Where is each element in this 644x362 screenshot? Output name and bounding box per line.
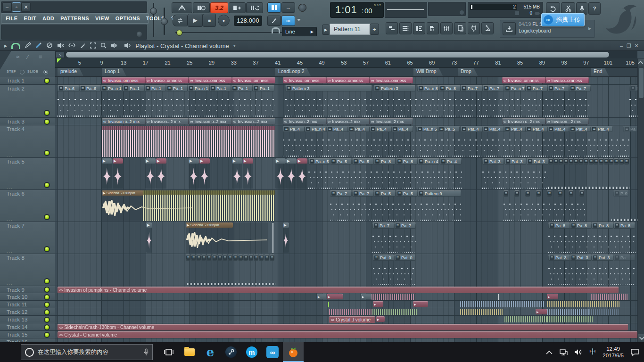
pattern-clip[interactable]: ≡Pa..4	[348, 126, 370, 132]
pattern-clip[interactable]: ≡P..5	[629, 85, 637, 91]
audio-clip[interactable]: ▶	[373, 301, 383, 307]
pattern-clip[interactable]: ≡Pat..4	[591, 126, 612, 132]
track-mute-led[interactable]	[44, 278, 50, 284]
audio-waveform-clip[interactable]	[329, 309, 372, 315]
hscroll-thumb[interactable]	[66, 52, 609, 58]
automation-clip[interactable]: ∞Invasio..omness	[145, 77, 189, 83]
automation-clip[interactable]: ∞Invasio..omness	[189, 77, 232, 83]
track-header-4[interactable]: Track 4...	[0, 125, 55, 158]
pattern-clip[interactable]: ≡Pa..4	[283, 126, 305, 132]
track-header-6[interactable]: Track 6...	[0, 190, 55, 222]
pattern-clip-mini[interactable]: ≡	[574, 158, 578, 165]
track-header-11[interactable]: Track 11	[0, 301, 55, 308]
playlist-minimize-button[interactable]: –	[618, 43, 625, 49]
pattern-clip[interactable]: ≡Pat..3	[592, 255, 613, 261]
pattern-clip-mini[interactable]: ≡	[578, 158, 583, 165]
pattern-clip[interactable]: ≡Pa..	[613, 255, 635, 261]
select-tool-icon[interactable]	[90, 42, 96, 49]
pattern-clip[interactable]: ≡Pa	[623, 126, 637, 132]
pattern-clip[interactable]: ≡Pat..3	[570, 255, 592, 261]
m-app-button[interactable]: m	[241, 342, 262, 362]
automation-clip[interactable]: ∞Crystal - Channel volume	[58, 331, 637, 338]
pattern-clip[interactable]: ≡Pa..8	[592, 222, 613, 229]
news-next-icon[interactable]: ▶	[588, 26, 591, 31]
track-lane-2[interactable]: ≡Pa..6≡Pa..6≡Pa..n 1≡Pa..1≡Pa..1≡Pa..1≡P…	[55, 85, 637, 118]
typing-keyboard-button[interactable]	[229, 2, 246, 13]
pattern-clip[interactable]: ≡Pa..7	[394, 222, 416, 229]
playlist-menu-icon[interactable]: ▶	[4, 44, 7, 48]
countdown-display[interactable]: 3.2	[210, 2, 228, 13]
pattern-clip[interactable]: ≡Pattern 9	[418, 190, 461, 197]
pattern-clip-mini[interactable]: ≡	[248, 255, 253, 261]
marker-end[interactable]: End	[591, 68, 609, 76]
mic-icon[interactable]	[144, 348, 149, 356]
pattern-clip[interactable]: ≡Pa..5	[352, 158, 374, 165]
audio-clip[interactable]: ▶	[145, 158, 156, 189]
audio-clip[interactable]: ▶	[102, 158, 112, 189]
pattern-clip-mini[interactable]: ≡	[594, 158, 598, 165]
audio-waveform-clip[interactable]	[591, 294, 628, 300]
pattern-clip-mini[interactable]: ≡	[201, 255, 206, 261]
pattern-clip-mini[interactable]: ≡	[233, 255, 238, 261]
pattern-clip-mini[interactable]: ≡	[558, 158, 563, 165]
audio-clip[interactable]: ▶	[536, 309, 547, 314]
audio-waveform-clip[interactable]	[372, 309, 417, 315]
task-view-button[interactable]	[158, 342, 179, 362]
pattern-clip-mini[interactable]: ≡	[589, 158, 594, 165]
play-button[interactable]: ▶	[188, 14, 203, 27]
automation-clip[interactable]: ∞Invasion o..2 mix	[102, 118, 145, 124]
audio-clip[interactable]: ▶	[113, 158, 123, 189]
main-pitch-knob[interactable]	[161, 18, 168, 25]
menu-item-edit[interactable]: EDIT	[24, 16, 36, 21]
pattern-mode-icon[interactable]: ≡	[39, 53, 42, 60]
pattern-clip-mini[interactable]: ≡	[504, 190, 508, 197]
automation-clip[interactable]: ∞Invasio..omness	[326, 77, 370, 83]
track-header-2[interactable]: Track 2...	[0, 85, 55, 118]
pattern-clip[interactable]: ≡Pa..7	[569, 85, 591, 91]
audio-clip[interactable]: ▶	[327, 294, 343, 299]
pattern-clip-mini[interactable]: ≡	[547, 190, 552, 197]
pattern-clip[interactable]: ≡Pa..5	[374, 190, 396, 197]
time-display[interactable]: 1:01 : 00 B:S:T	[330, 2, 384, 18]
pattern-clip[interactable]: ≡Pa..8	[613, 222, 635, 229]
action-center-icon[interactable]	[630, 348, 639, 356]
track-lane-8[interactable]: ≡≡≡≡≡≡≡≡≡≡≡≡≡≡≡≡≡≡Pat..0≡Pat..0≡Pat..3≡P…	[55, 254, 637, 286]
audio-clip[interactable]: ▶	[297, 158, 307, 189]
pattern-clip-mini[interactable]: ≡	[599, 158, 603, 165]
pattern-clip[interactable]: ≡Pa..1	[123, 85, 144, 91]
scroll-left-button[interactable]: <	[56, 52, 64, 58]
automation-clip[interactable]: ∞Invasion...2 mix	[145, 118, 189, 124]
pattern-clip-mini[interactable]: ≡	[186, 255, 190, 261]
automation-clip[interactable]: ∞Invasion..2 mix	[370, 118, 413, 124]
shuffle-knob[interactable]	[176, 30, 182, 36]
loop-record-button[interactable]	[246, 2, 263, 13]
start-button[interactable]	[0, 342, 21, 362]
audio-track-mode-icon[interactable]: ≈	[16, 53, 19, 60]
track-lane-10[interactable]: ▶▶▶▶	[55, 293, 637, 301]
track-mute-led[interactable]	[44, 214, 50, 220]
track-mute-led[interactable]	[44, 246, 50, 252]
pattern-clip[interactable]: ≡Pa..7	[330, 190, 352, 197]
pattern-prev-button[interactable]: ▶	[322, 25, 330, 35]
pattern-clip-mini[interactable]: ≡	[254, 255, 258, 261]
pattern-clip-mini[interactable]: ≡	[196, 255, 201, 261]
main-volume-knob[interactable]	[150, 8, 157, 15]
scroll-up-button[interactable]	[638, 59, 644, 66]
pattern-clip[interactable]: ≡Pa..n 4	[418, 158, 439, 165]
track-lane-6[interactable]: ▶ Sidecha..-130bpm≡Pa..7≡Pa..7≡Pa..5≡Pa.…	[55, 190, 637, 222]
track-mute-led[interactable]	[44, 302, 50, 308]
search-input[interactable]: 在这里输入你要搜索的内容	[21, 344, 153, 360]
piano-roll-button[interactable]	[413, 22, 425, 34]
pattern-clip[interactable]: ≡Pa..n 4	[305, 126, 326, 132]
pattern-clip-mini[interactable]: ≡	[191, 255, 196, 261]
audio-clip[interactable]: ▶	[156, 158, 166, 189]
track-header-3[interactable]: Track 3	[0, 118, 55, 125]
audio-clip[interactable]: ▶	[275, 158, 286, 189]
window-minimize-button[interactable]: –	[2, 2, 12, 12]
pattern-clip-mini[interactable]: ≡	[217, 255, 222, 261]
chevron-down-icon[interactable]	[297, 19, 301, 21]
pattern-clip[interactable]: ≡Pat..3	[527, 158, 548, 165]
pattern-clip[interactable]: ≡Pa..7	[372, 222, 394, 229]
pattern-clip-mini[interactable]: ≡	[514, 190, 519, 197]
mixer-button[interactable]	[440, 22, 453, 34]
